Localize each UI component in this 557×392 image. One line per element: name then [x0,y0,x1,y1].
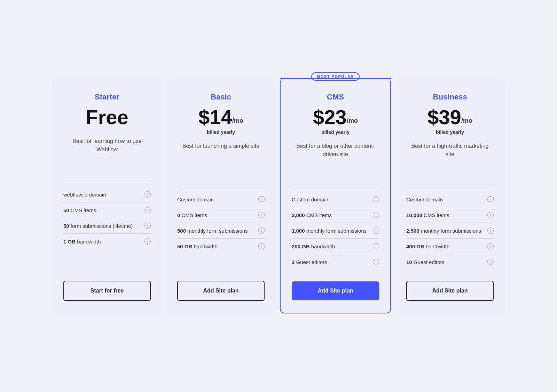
info-icon-basic-2[interactable]: i [258,227,265,234]
plan-card-cms: MOST POPULAR CMS $23 /mo billed yearly B… [280,79,391,313]
plan-price-mo-business: /mo [461,117,472,125]
plan-price-starter: Free [63,107,151,127]
feature-text-basic-1: 0 CMS items [177,212,256,218]
feature-item-business-4: 10 Guest editors i [406,254,494,270]
plan-name-basic: Basic [177,93,265,102]
cta-button-business[interactable]: Add Site plan [406,281,494,301]
most-popular-badge-wrapper: MOST POPULAR [281,72,390,81]
feature-text-starter-2: 50 form submissions (lifetime) [63,223,142,229]
plan-features-starter: webflow.io domain i 50 CMS items i 50 fo… [63,187,151,270]
cta-button-cms[interactable]: Add Site plan [292,281,379,300]
feature-item-basic-3: 50 GB bandwidth i [177,239,265,254]
info-icon-basic-0[interactable]: i [258,196,265,202]
info-icon-starter-0[interactable]: i [144,191,151,198]
feature-text-basic-2: 500 monthly form submissions [177,228,256,234]
plan-card-starter: StarterFreeBest for learning how to use … [52,79,162,313]
plan-billing-basic: billed yearly [177,129,265,135]
price-line-cms: $23 /mo [292,107,379,127]
feature-item-business-0: Custom domain i [406,192,494,207]
feature-item-business-3: 400 GB bandwidth i [406,239,494,254]
plan-card-business: Business $39 /mo billed yearly Best for … [395,79,505,313]
feature-item-starter-3: 1 GB bandwidth i [63,234,151,249]
feature-text-cms-4: 3 Guest editors [292,259,370,265]
info-icon-business-4[interactable]: i [487,259,494,265]
info-icon-cms-0[interactable]: i [373,196,379,202]
cta-button-basic[interactable]: Add Site plan [177,281,265,301]
plan-card-basic: Basic $14 /mo billed yearly Best for lau… [166,79,276,313]
info-icon-starter-2[interactable]: i [144,223,151,229]
plan-billing-business: billed yearly [406,129,494,135]
plan-cta-starter: Start for free [63,281,151,301]
plan-description-cms: Best for a blog or other content-driven … [292,142,379,173]
feature-text-cms-0: Custom domain [292,197,370,202]
info-icon-cms-3[interactable]: i [373,243,379,249]
info-icon-starter-1[interactable]: i [144,207,151,213]
feature-text-starter-0: webflow.io domain [63,192,142,198]
feature-item-starter-0: webflow.io domain i [63,187,151,202]
plan-price-number-basic: $14 [198,107,232,127]
plan-name-starter: Starter [63,93,151,102]
top-border-line [280,78,391,79]
feature-text-cms-2: 1,000 monthly form submissions [292,228,370,234]
feature-text-cms-1: 2,000 CMS items [292,212,370,218]
plan-description-business: Best for a high-traffic marketing site [406,142,494,173]
features-divider-starter [63,181,151,181]
plan-cta-basic: Add Site plan [177,281,265,301]
feature-item-business-1: 10,000 CMS items i [406,207,494,223]
plan-description-starter: Best for learning how to use Webflow [63,137,151,168]
features-divider-business [406,186,494,186]
info-icon-cms-2[interactable]: i [373,227,379,234]
feature-text-business-3: 400 GB bandwidth [406,243,485,249]
feature-item-basic-0: Custom domain i [177,192,265,207]
feature-text-starter-3: 1 GB bandwidth [63,239,142,245]
plan-billing-cms: billed yearly [292,129,379,135]
plan-features-basic: Custom domain i 0 CMS items i 500 monthl… [177,192,265,270]
plan-name-business: Business [406,93,494,102]
info-icon-business-0[interactable]: i [487,196,494,202]
info-icon-basic-1[interactable]: i [258,212,265,218]
feature-item-cms-0: Custom domain i [292,192,379,207]
features-divider-basic [177,186,265,186]
feature-item-starter-1: 50 CMS items i [63,202,151,218]
feature-text-business-1: 10,000 CMS items [406,212,485,218]
feature-item-cms-1: 2,000 CMS items i [292,207,379,223]
feature-text-cms-3: 200 GB bandwidth [292,243,370,249]
most-popular-badge: MOST POPULAR [311,72,360,81]
feature-text-business-4: 10 Guest editors [406,259,485,265]
info-icon-cms-1[interactable]: i [373,212,379,218]
info-icon-business-2[interactable]: i [487,227,494,234]
plan-features-business: Custom domain i 10,000 CMS items i 2,500… [406,192,494,270]
feature-item-basic-2: 500 monthly form submissions i [177,223,265,239]
feature-item-cms-4: 3 Guest editors i [292,254,379,270]
price-line-business: $39 /mo [406,107,494,127]
info-icon-business-1[interactable]: i [487,212,494,218]
pricing-container: StarterFreeBest for learning how to use … [52,79,505,313]
price-line-basic: $14 /mo [177,107,265,127]
info-icon-starter-3[interactable]: i [144,238,151,245]
info-icon-cms-4[interactable]: i [373,259,379,265]
feature-item-basic-1: 0 CMS items i [177,207,265,223]
plan-price-number-cms: $23 [313,107,347,127]
plan-features-cms: Custom domain i 2,000 CMS items i 1,000 … [292,192,379,270]
info-icon-basic-3[interactable]: i [258,243,265,249]
feature-item-cms-3: 200 GB bandwidth i [292,239,379,254]
features-divider-cms [292,186,379,186]
plan-cta-business: Add Site plan [406,281,494,301]
plan-price-mo-basic: /mo [232,117,243,125]
plan-name-cms: CMS [292,93,379,102]
cta-button-starter[interactable]: Start for free [63,281,151,301]
feature-item-cms-2: 1,000 monthly form submissions i [292,223,379,239]
feature-text-business-2: 2,500 monthly form submissions [406,228,485,234]
feature-text-starter-1: 50 CMS items [63,207,142,213]
feature-text-basic-3: 50 GB bandwidth [177,243,256,249]
plan-price-number-business: $39 [427,107,461,127]
plan-description-basic: Best for launching a simple site [177,142,265,173]
feature-text-business-0: Custom domain [406,197,485,202]
feature-item-business-2: 2,500 monthly form submissions i [406,223,494,239]
plan-price-mo-cms: /mo [347,117,358,125]
feature-text-basic-0: Custom domain [177,197,256,202]
feature-item-starter-2: 50 form submissions (lifetime) i [63,218,151,234]
info-icon-business-3[interactable]: i [487,243,494,249]
plan-cta-cms: Add Site plan [292,281,379,300]
